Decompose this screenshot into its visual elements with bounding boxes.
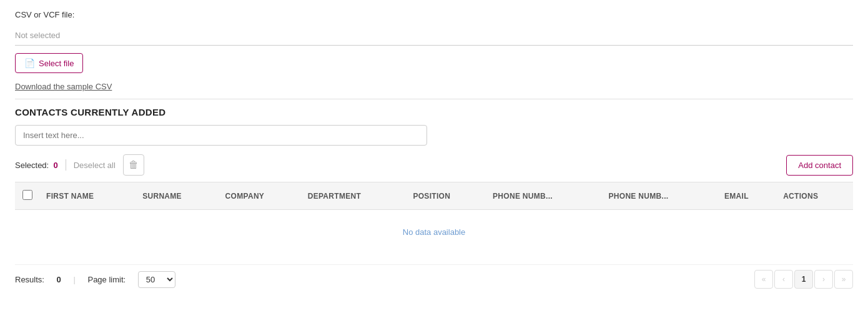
selected-text: Selected:	[15, 161, 49, 170]
add-contact-button[interactable]: Add contact	[786, 155, 853, 176]
pagination-last-button[interactable]: »	[834, 270, 853, 289]
pagination-first-button[interactable]: «	[754, 270, 773, 289]
selected-count: 0	[53, 161, 57, 170]
deselect-all-button[interactable]: Deselect all	[74, 161, 116, 170]
table-body: No data available	[15, 210, 853, 255]
trash-icon: 🗑	[129, 159, 139, 171]
pagination: « ‹ 1 › »	[754, 270, 853, 289]
select-all-header[interactable]	[15, 182, 40, 210]
search-input[interactable]	[15, 125, 427, 146]
pagination-next-button[interactable]: ›	[814, 270, 833, 289]
file-upload-icon: 📄	[24, 58, 35, 68]
delete-selected-button[interactable]: 🗑	[123, 154, 144, 176]
table-header: FIRST NAME SURNAME COMPANY DEPARTMENT PO…	[15, 182, 853, 210]
table-footer: Results: 0 | Page limit: 10 25 50 100 « …	[15, 264, 853, 289]
contacts-toolbar: Selected: 0 Deselect all 🗑 Add contact	[15, 154, 853, 176]
table-header-row: FIRST NAME SURNAME COMPANY DEPARTMENT PO…	[15, 182, 853, 210]
col-department: DEPARTMENT	[302, 182, 407, 210]
pagination-prev-button[interactable]: ‹	[774, 270, 793, 289]
no-data-row: No data available	[15, 210, 853, 255]
download-sample-csv-link[interactable]: Download the sample CSV	[15, 82, 853, 91]
toolbar-left: Selected: 0 Deselect all 🗑	[15, 154, 144, 176]
results-count: 0	[57, 275, 61, 284]
no-data-text: No data available	[403, 227, 465, 237]
col-first-name: FIRST NAME	[40, 182, 136, 210]
col-email: EMAIL	[718, 182, 777, 210]
contacts-table: FIRST NAME SURNAME COMPANY DEPARTMENT PO…	[15, 182, 853, 254]
col-phone1: PHONE NUMB...	[486, 182, 602, 210]
pagination-current-page[interactable]: 1	[794, 270, 813, 289]
footer-left: Results: 0 | Page limit: 10 25 50 100	[15, 271, 175, 288]
page-limit-label: Page limit:	[87, 275, 126, 284]
contacts-section-title: CONTACTS CURRENTLY ADDED	[15, 107, 853, 117]
selected-label: Selected: 0	[15, 161, 58, 170]
file-not-selected: Not selected	[15, 26, 853, 46]
col-actions: ACTIONS	[777, 182, 853, 210]
select-all-checkbox[interactable]	[22, 190, 32, 200]
page-limit-select[interactable]: 10 25 50 100	[138, 271, 175, 288]
select-file-label: Select file	[39, 59, 74, 68]
col-position: POSITION	[407, 182, 486, 210]
select-file-button[interactable]: 📄 Select file	[15, 53, 83, 73]
col-company: COMPANY	[219, 182, 302, 210]
results-label: Results:	[15, 275, 44, 284]
csv-vcf-label: CSV or VCF file:	[15, 10, 853, 19]
footer-divider: |	[73, 275, 75, 284]
col-phone2: PHONE NUMB...	[603, 182, 718, 210]
col-surname: SURNAME	[136, 182, 219, 210]
toolbar-divider	[66, 159, 66, 171]
